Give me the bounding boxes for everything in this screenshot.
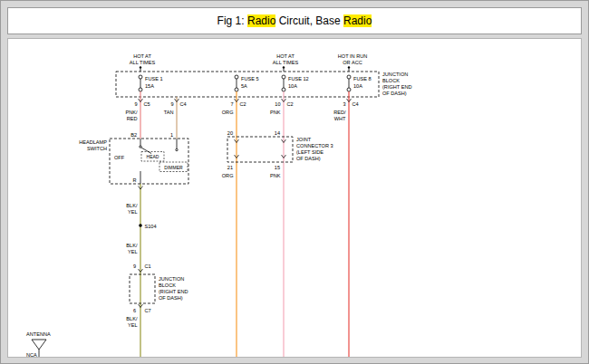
- fuse-1-name: FUSE 1: [145, 76, 163, 81]
- fuse-terminal: [347, 88, 351, 91]
- title-highlight-radio-2: Radio: [343, 14, 372, 27]
- splice-label: S104: [145, 224, 157, 229]
- junction-block-top-label-3: (RIGHT END: [382, 84, 412, 90]
- wire-color-label: PNK/: [125, 110, 138, 115]
- wire-color-label: ORG: [222, 110, 234, 115]
- connector-id: C4: [180, 101, 187, 107]
- junction-block-lower-label-3: (RIGHT END: [159, 289, 188, 294]
- power-label-3-line1: HOT IN RUN: [338, 53, 368, 59]
- fuse-8-name: FUSE 8: [353, 76, 372, 81]
- connector-id: C4: [352, 101, 359, 107]
- connector-id: C2: [240, 101, 246, 107]
- fuse-terminal: [235, 88, 238, 91]
- joint-connector-label-1: JOINT: [296, 137, 312, 142]
- antenna-icon: [32, 340, 46, 350]
- junction-block-lower-box: [130, 274, 155, 303]
- feed-dot: [283, 66, 285, 68]
- fuse-5-rating: 5A: [241, 83, 247, 89]
- switch-position-off: OFF: [114, 155, 125, 160]
- wire-color-label: YEL: [128, 322, 138, 328]
- fuse-terminal: [282, 75, 285, 79]
- fuse-terminal: [139, 88, 142, 91]
- fuse-12-name: FUSE 12: [288, 76, 309, 81]
- junction-block-top-label-1: JUNCTION: [382, 72, 408, 77]
- junction-block-lower-label-4: OF DASH): [159, 295, 183, 301]
- wire-color-label: PNK: [270, 173, 281, 178]
- feed-dot: [140, 66, 141, 68]
- power-label-1-line1: HOT AT: [133, 53, 151, 59]
- connector-id: C2: [287, 101, 294, 107]
- switch-position-head: HEAD: [147, 154, 159, 159]
- fuse-terminal: [282, 88, 285, 91]
- pin-number: 9: [170, 101, 173, 107]
- title-text: Fig 1:: [217, 14, 247, 27]
- fuse-5-name: FUSE 5: [241, 76, 259, 81]
- diagram-canvas: HOT AT ALL TIMES HOT AT ALL TIMES HOT IN…: [7, 38, 582, 358]
- pin-number: 9: [133, 263, 136, 269]
- connector-id: C7: [145, 308, 151, 313]
- fuse-8-rating: 10A: [353, 83, 362, 89]
- connector-id: C5: [144, 101, 150, 107]
- junction-block-top-label-2: BLOCK: [382, 78, 400, 83]
- antenna-note: NCA: [26, 352, 37, 357]
- fuse-1-rating: 15A: [145, 83, 154, 89]
- wire-color-label: YEL: [128, 209, 138, 215]
- pin-number: 6: [133, 308, 136, 313]
- fuse-terminal: [235, 75, 238, 79]
- fuse-12-rating: 10A: [288, 83, 297, 89]
- switch-contact: [176, 148, 178, 150]
- switch-position-dimmer: DIMMER: [164, 165, 183, 170]
- wire-color-label: PNK: [270, 110, 281, 115]
- connector-id: C1: [145, 263, 151, 269]
- wire-color-label: RED: [127, 116, 138, 121]
- switch-pin-b2: B2: [130, 132, 137, 138]
- headlamp-switch-label-2: SWITCH: [87, 146, 107, 151]
- jc-pin-20: 20: [227, 130, 233, 136]
- joint-connector-box: [227, 137, 293, 162]
- junction-block-top-label-4: OF DASH): [382, 91, 407, 96]
- joint-connector-label-4: OF DASH): [296, 156, 321, 161]
- jc-pin-15: 15: [275, 165, 280, 170]
- headlamp-switch-label-1: HEADLAMP: [79, 139, 107, 145]
- diagram-viewer-window: Fig 1: Radio Circuit, Base Radio HOT AT …: [0, 0, 589, 364]
- pin-number: 10: [275, 101, 280, 107]
- power-label-3-line2: OR ACC: [343, 60, 362, 65]
- jc-pin-14: 14: [275, 130, 280, 136]
- joint-connector-label-3: (LEFT SIDE: [296, 149, 323, 155]
- jc-pin-21: 21: [227, 165, 233, 170]
- pin-number: 9: [134, 101, 137, 107]
- power-label-1-line2: ALL TIMES: [130, 60, 156, 65]
- wiring-diagram: HOT AT ALL TIMES HOT AT ALL TIMES HOT IN…: [8, 39, 581, 357]
- antenna-label: ANTENNA: [26, 331, 51, 337]
- junction-block-lower-label-1: JUNCTION: [159, 276, 184, 282]
- joint-connector-label-2: CONNECTOR 3: [296, 143, 333, 148]
- switch-lever: [141, 148, 151, 154]
- wire-color-label: YEL: [128, 249, 138, 254]
- wire-color-label: BLK/: [126, 316, 138, 321]
- junction-block-lower-label-2: BLOCK: [159, 283, 176, 288]
- wire-color-label: BLK/: [126, 203, 138, 208]
- wire-color-label: BLK/: [126, 243, 138, 248]
- figure-title: Fig 1: Radio Circuit, Base Radio: [7, 7, 582, 34]
- splice-dot: [139, 224, 142, 227]
- pin-number: 3: [343, 101, 345, 107]
- switch-pin-r: R: [132, 177, 136, 183]
- title-text: Circuit, Base: [275, 14, 343, 27]
- fuse-terminal: [139, 75, 142, 79]
- feed-dot: [348, 66, 350, 68]
- power-label-2-line1: HOT AT: [276, 53, 294, 59]
- switch-contact: [140, 146, 141, 148]
- wire-color-label: ORG: [222, 173, 234, 178]
- pin-number: 7: [230, 101, 233, 107]
- power-label-2-line2: ALL TIMES: [273, 60, 299, 65]
- title-highlight-radio-1: Radio: [247, 14, 275, 27]
- wire-color-label: TAN: [164, 110, 174, 115]
- wire-color-label: RED/: [333, 110, 346, 115]
- wire-color-label: WHT: [334, 116, 346, 121]
- fuse-terminal: [347, 75, 351, 79]
- switch-pin-1: 1: [170, 132, 173, 138]
